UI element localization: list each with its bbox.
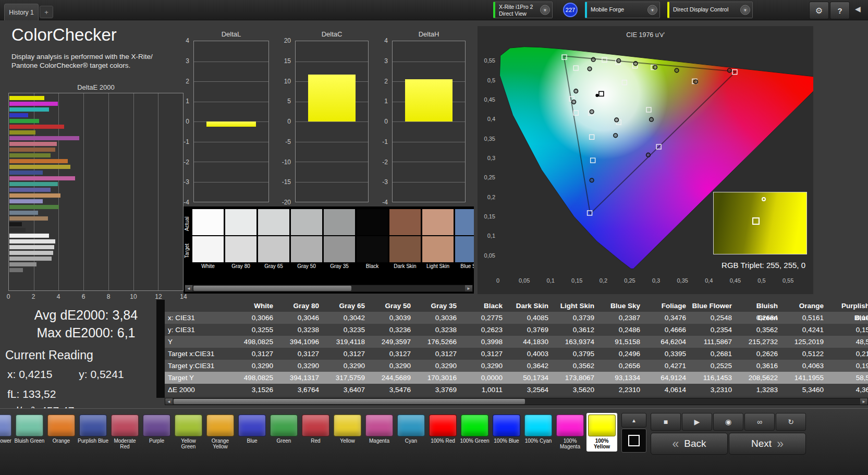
patch-button-yellow-green[interactable]: Yellow Green	[173, 413, 204, 452]
cie-measured-point	[653, 65, 657, 69]
axis-tick-label: 0,35	[480, 136, 495, 142]
table-cell: 58,5	[829, 372, 868, 384]
patch-button-moderate-red[interactable]: Moderate Red	[109, 413, 140, 452]
patch-button-blue-flower[interactable]: Blue Flower	[0, 413, 13, 452]
play-button[interactable]: ▶	[682, 413, 712, 431]
table-cell: 0,3127	[416, 348, 462, 360]
patch-button-100-yellow[interactable]: 100% Yellow	[586, 413, 617, 452]
continuous-measure-button[interactable]: ∞	[744, 413, 775, 431]
deltae-bar	[9, 251, 53, 255]
table-cell: 0,3127	[278, 348, 324, 360]
scroll-right-icon[interactable]: ►	[465, 285, 472, 291]
bottom-toolbar: Blue FlowerBluish GreenOrangePurplish Bl…	[0, 408, 868, 475]
cie-measured-point	[588, 67, 592, 71]
stop-button[interactable]: ■	[651, 413, 681, 431]
scroll-left-icon[interactable]: ◄	[185, 285, 192, 291]
table-cell: 0,3039	[370, 312, 416, 324]
chevron-down-icon[interactable]: ▼	[540, 5, 550, 15]
patch-button-100-green[interactable]: 100% Green	[459, 413, 490, 452]
row-label: Target Y	[165, 372, 233, 384]
chevron-down-icon[interactable]: ▼	[647, 5, 657, 15]
table-cell: 0,3616	[737, 360, 783, 372]
infinity-icon: ∞	[757, 418, 762, 426]
scrollbar-thumb[interactable]	[193, 286, 351, 291]
pattern-window-button[interactable]	[621, 429, 646, 453]
patch-button-100-magenta[interactable]: 100% Magenta	[555, 413, 585, 452]
patch-label: Green	[268, 437, 299, 444]
deltae-bar	[9, 228, 26, 232]
axis-tick-label: 0	[174, 118, 189, 125]
results-table: WhiteGray 80Gray 65Gray 50Gray 35BlackDa…	[156, 300, 868, 407]
patch-button-bluish-green[interactable]: Bluish Green	[14, 413, 45, 452]
actual-swatch	[225, 209, 256, 235]
collapse-panel-button[interactable]: ◀	[855, 5, 861, 13]
axis-tick-label: 1	[174, 98, 189, 105]
swatch-column: Black	[357, 209, 388, 271]
back-button[interactable]: « Back	[651, 433, 728, 455]
table-cell: 319,4118	[324, 336, 370, 348]
next-button[interactable]: Next »	[729, 433, 806, 455]
table-cell: 0,0000	[462, 372, 508, 384]
source-dropdown[interactable]: Mobile Forge ▼	[585, 2, 660, 18]
tab-history-1[interactable]: History 1	[4, 4, 39, 20]
add-tab-button[interactable]: +	[40, 6, 53, 18]
patch-button-100-cyan[interactable]: 100% Cyan	[523, 413, 554, 452]
patch-button-yellow[interactable]: Yellow	[332, 413, 363, 452]
patch-list-up-button[interactable]: ▲	[621, 413, 646, 428]
meter-dropdown[interactable]: X-Rite i1Pro 2 Direct View ▼	[493, 2, 553, 18]
scroll-left-icon[interactable]: ◄	[165, 398, 173, 405]
axis-tick-label: 5	[275, 98, 291, 105]
axis-tick-label: 2	[372, 78, 388, 85]
meter-dropdown-label: X-Rite i1Pro 2 Direct View	[499, 4, 540, 17]
deltae-bar	[9, 245, 54, 249]
swatch-column: Dark Skin	[389, 209, 421, 271]
axis-tick-label: 6	[82, 293, 85, 300]
axis-tick-label: -3	[174, 178, 189, 186]
patch-button-100-red[interactable]: 100% Red	[427, 413, 458, 452]
table-cell: 48,5	[829, 336, 868, 348]
display-control-dropdown[interactable]: Direct Display Control ▼	[667, 2, 753, 18]
table-cell: 0,2548	[691, 312, 737, 324]
scroll-right-icon[interactable]: ►	[860, 398, 867, 405]
measure-button[interactable]: ◉	[713, 413, 743, 431]
refresh-button[interactable]: ↻	[776, 413, 806, 431]
patch-button-100-blue[interactable]: 100% Blue	[491, 413, 522, 452]
table-cell: 0,5161	[783, 312, 829, 324]
swatch-column: Gray 80	[225, 209, 256, 271]
deltae-bar	[9, 216, 48, 221]
deltae-bar	[9, 159, 68, 163]
patch-button-red[interactable]: Red	[300, 413, 331, 452]
patch-color-swatch	[429, 415, 457, 436]
deltae-bar	[9, 96, 44, 100]
back-button-label: Back	[684, 438, 706, 449]
chevron-down-icon[interactable]: ▼	[740, 5, 750, 15]
patch-button-green[interactable]: Green	[268, 413, 299, 452]
deltae-bar	[9, 176, 75, 180]
deltae-bar	[9, 170, 43, 175]
patch-color-swatch	[334, 415, 361, 436]
table-scrollbar[interactable]: ◄ ►	[165, 398, 868, 405]
patch-label: Cyan	[396, 437, 426, 444]
axis-tick-label: 2	[32, 293, 35, 300]
patch-button-purplish-blue[interactable]: Purplish Blue	[78, 413, 108, 452]
table-cell: 5,3460	[783, 384, 829, 396]
rgb-triplet-label: RGB Triplet: 255, 255, 0	[722, 261, 805, 270]
patch-button-orange-yellow[interactable]: Orange Yellow	[205, 413, 236, 452]
max-de2000-value: Max dE2000: 6,1	[3, 325, 169, 340]
settings-button[interactable]: ⚙	[809, 2, 829, 19]
patch-label: Bluish Green	[14, 437, 45, 444]
swatch-strip-scrollbar[interactable]: ◄ ►	[185, 285, 473, 292]
table-cell: 4,0614	[645, 384, 691, 396]
actual-swatch	[324, 209, 355, 235]
calman-window: History 1 + X-Rite i1Pro 2 Direct View ▼…	[0, 0, 868, 475]
patch-color-swatch	[365, 415, 393, 436]
axis-tick-label: 0,4	[699, 277, 719, 284]
patch-button-blue[interactable]: Blue	[237, 413, 267, 452]
patch-button-cyan[interactable]: Cyan	[396, 413, 426, 452]
scrollbar-thumb[interactable]	[174, 399, 525, 404]
patch-button-orange[interactable]: Orange	[46, 413, 77, 452]
patch-button-purple[interactable]: Purple	[141, 413, 172, 452]
deltae2000-chart-title: DeltaE 2000	[8, 83, 184, 91]
patch-button-magenta[interactable]: Magenta	[364, 413, 395, 452]
help-button[interactable]: ?	[830, 2, 850, 19]
